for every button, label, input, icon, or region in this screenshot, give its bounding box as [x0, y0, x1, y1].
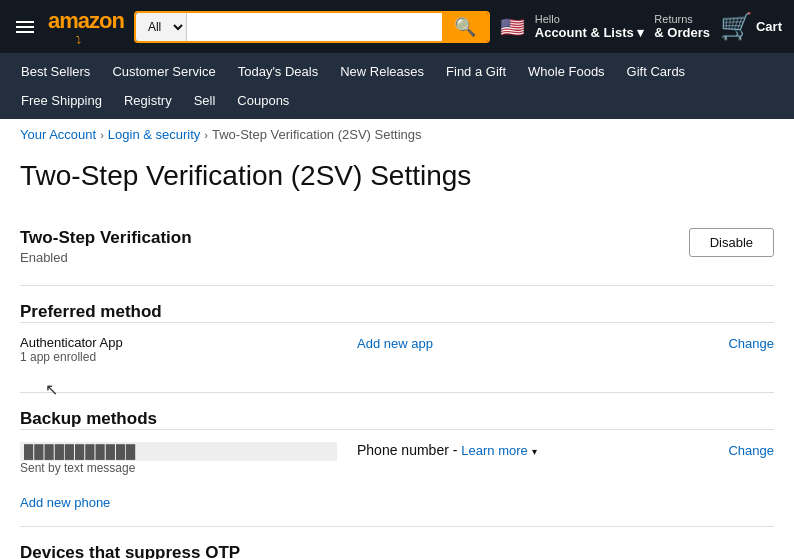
- nav-find-gift[interactable]: Find a Gift: [437, 59, 515, 84]
- learn-more-dropdown-icon: ▾: [532, 446, 537, 457]
- search-category-select[interactable]: All: [136, 13, 187, 41]
- nav-best-sellers[interactable]: Best Sellers: [12, 59, 99, 84]
- cart-section[interactable]: 🛒 Cart: [720, 11, 782, 42]
- hamburger-menu[interactable]: [12, 17, 38, 37]
- preferred-method-title: Preferred method: [20, 302, 774, 322]
- backup-change-link[interactable]: Change: [728, 443, 774, 458]
- account-section[interactable]: Hello Account & Lists ▾: [535, 13, 645, 40]
- nav-whole-foods[interactable]: Whole Foods: [519, 59, 614, 84]
- orders-label: & Orders: [654, 25, 710, 40]
- add-new-app-link[interactable]: Add new app: [357, 336, 433, 351]
- otp-title: Devices that suppress OTP: [20, 543, 774, 559]
- two-step-header: Two-Step Verification Enabled Disable: [20, 228, 774, 265]
- nav-gift-cards[interactable]: Gift Cards: [618, 59, 695, 84]
- account-lists-label: Account & Lists ▾: [535, 25, 645, 40]
- header: amazon ⤵ All 🔍 🇺🇸 Hello Account & Lists …: [0, 0, 794, 53]
- breadcrumb-sep-1: ›: [100, 129, 104, 141]
- preferred-method-section: Preferred method Authenticator App 1 app…: [20, 286, 774, 393]
- search-button[interactable]: 🔍: [442, 13, 488, 41]
- nav-sell[interactable]: Sell: [185, 88, 225, 113]
- otp-section: Devices that suppress OTP You may suppre…: [20, 527, 774, 559]
- nav-coupons[interactable]: Coupons: [228, 88, 298, 113]
- add-new-phone-link[interactable]: Add new phone: [20, 495, 110, 510]
- breadcrumb: Your Account › Login & security › Two-St…: [0, 119, 794, 150]
- breadcrumb-sep-2: ›: [204, 129, 208, 141]
- main-content: Two-Step Verification (2SV) Settings Two…: [0, 150, 794, 559]
- backup-methods-section: Backup methods ███████████ Sent by text …: [20, 393, 774, 527]
- language-flag[interactable]: 🇺🇸: [500, 15, 525, 39]
- method-info: Authenticator App 1 app enrolled: [20, 335, 337, 364]
- cart-icon: 🛒: [720, 11, 752, 42]
- backup-phone-label: Phone number - Learn more ▾: [357, 442, 674, 458]
- returns-label: Returns: [654, 13, 710, 25]
- phone-label-text: Phone number: [357, 442, 449, 458]
- backup-phone-info: ███████████ Sent by text message: [20, 442, 337, 475]
- nav-todays-deals[interactable]: Today's Deals: [229, 59, 328, 84]
- logo-text: amazon: [48, 8, 124, 34]
- logo-smile: ⤵: [76, 34, 81, 45]
- method-change: Change: [694, 335, 774, 351]
- breadcrumb-current: Two-Step Verification (2SV) Settings: [212, 127, 422, 142]
- page-title: Two-Step Verification (2SV) Settings: [20, 160, 774, 192]
- two-step-status: Enabled: [20, 250, 192, 265]
- amazon-logo[interactable]: amazon ⤵: [48, 8, 124, 45]
- breadcrumb-your-account[interactable]: Your Account: [20, 127, 96, 142]
- nav-new-releases[interactable]: New Releases: [331, 59, 433, 84]
- method-sub: 1 app enrolled: [20, 350, 337, 364]
- search-input[interactable]: [187, 13, 442, 41]
- preferred-change-link[interactable]: Change: [728, 336, 774, 351]
- nav-customer-service[interactable]: Customer Service: [103, 59, 224, 84]
- nav-free-shipping[interactable]: Free Shipping: [12, 88, 111, 113]
- backup-method-row: ███████████ Sent by text message Phone n…: [20, 429, 774, 487]
- method-name: Authenticator App: [20, 335, 337, 350]
- disable-button[interactable]: Disable: [689, 228, 774, 257]
- nav-registry[interactable]: Registry: [115, 88, 181, 113]
- returns-section[interactable]: Returns & Orders: [654, 13, 710, 40]
- learn-more-link[interactable]: Learn more: [461, 443, 527, 458]
- backup-change: Change: [694, 442, 774, 458]
- phone-masked: ███████████: [20, 442, 337, 461]
- search-bar: All 🔍: [134, 11, 490, 43]
- cart-label: Cart: [756, 19, 782, 34]
- preferred-method-row: Authenticator App 1 app enrolled Add new…: [20, 322, 774, 376]
- backup-methods-title: Backup methods: [20, 409, 774, 429]
- account-hello: Hello: [535, 13, 645, 25]
- two-step-section: Two-Step Verification Enabled Disable: [20, 212, 774, 286]
- two-step-title: Two-Step Verification: [20, 228, 192, 248]
- breadcrumb-login-security[interactable]: Login & security: [108, 127, 201, 142]
- two-step-info: Two-Step Verification Enabled: [20, 228, 192, 265]
- navbar: Best Sellers Customer Service Today's De…: [0, 53, 794, 119]
- method-add-action: Add new app: [357, 335, 674, 351]
- send-method: Sent by text message: [20, 461, 337, 475]
